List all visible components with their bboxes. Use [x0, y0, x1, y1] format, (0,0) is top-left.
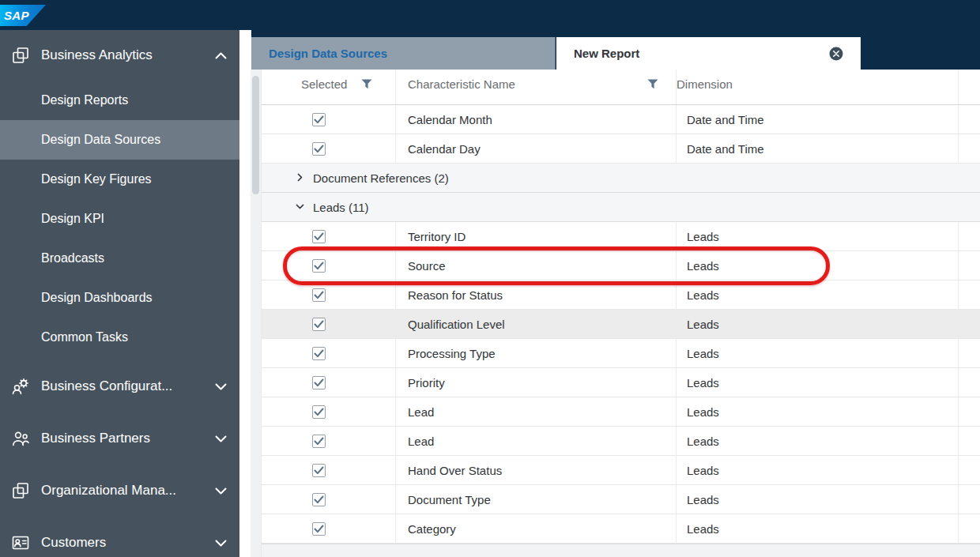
dimension-cell: Leads	[677, 310, 959, 338]
row-checkbox-checked[interactable]	[312, 288, 326, 302]
table-row: Hand Over Status Leads	[262, 456, 980, 485]
group-row-document-references[interactable]: Document References (2)	[262, 164, 980, 193]
characteristic-name-cell[interactable]: Calendar Day	[396, 134, 677, 163]
sidebar-navigation: Business Analytics Design Reports Design…	[0, 30, 239, 557]
sidebar-item-design-data-sources[interactable]: Design Data Sources	[0, 120, 239, 160]
row-checkbox-checked[interactable]	[312, 142, 326, 156]
characteristic-name-cell[interactable]: Lead	[396, 397, 677, 426]
chevron-down-icon[interactable]	[215, 431, 227, 446]
people-icon	[10, 428, 31, 449]
column-header-dimension[interactable]: Dimension	[677, 70, 959, 104]
section-label: Business Partners	[41, 431, 215, 446]
sidebar-item-common-tasks[interactable]: Common Tasks	[0, 318, 239, 357]
table-row: Priority Leads	[262, 368, 980, 397]
dimension-cell: Leads	[677, 280, 959, 309]
filter-icon[interactable]	[361, 79, 372, 89]
characteristic-name-cell[interactable]: Document Type	[396, 485, 677, 514]
row-checkbox-checked[interactable]	[312, 493, 326, 506]
sap-logo: SAP	[0, 5, 46, 26]
table-row: Reason for Status Leads	[262, 280, 980, 310]
table-header-row: Selected Characteristic Name Dimension	[262, 70, 980, 105]
table-row: Lead Leads	[262, 427, 980, 456]
windows-icon	[10, 45, 31, 66]
table-row: Category Leads	[262, 514, 980, 544]
table-row: Calendar Day Date and Time	[262, 134, 980, 164]
row-checkbox-checked[interactable]	[312, 522, 326, 536]
characteristic-name-cell[interactable]: Reason for Status	[396, 280, 677, 309]
characteristic-name-cell[interactable]: Hand Over Status	[396, 456, 677, 484]
sidebar-section-business-partners[interactable]: Business Partners	[0, 412, 239, 465]
dimension-cell: Leads	[677, 339, 959, 367]
sidebar-item-design-key-figures[interactable]: Design Key Figures	[0, 160, 239, 199]
chevron-right-icon[interactable]	[295, 171, 305, 185]
characteristic-name-cell[interactable]: Territory ID	[396, 222, 677, 250]
section-label: Customers	[41, 535, 215, 551]
tab-label: New Report	[574, 47, 639, 60]
row-checkbox-checked[interactable]	[312, 113, 326, 126]
group-row-leads[interactable]: Leads (11)	[262, 193, 980, 222]
row-checkbox-checked[interactable]	[312, 464, 326, 477]
chevron-down-icon[interactable]	[215, 536, 227, 550]
characteristic-name-cell[interactable]: Calendar Month	[396, 105, 677, 134]
table-row: Lead Leads	[262, 397, 980, 427]
sidebar-section-business-configuration[interactable]: Business Configurat...	[0, 360, 239, 412]
row-checkbox-checked[interactable]	[312, 405, 326, 419]
table-footer-strip	[262, 544, 980, 557]
tab-design-data-sources[interactable]: Design Data Sources	[251, 37, 556, 70]
sidebar-section-business-analytics[interactable]: Business Analytics	[0, 30, 239, 81]
chevron-down-icon[interactable]	[215, 379, 227, 393]
row-checkbox-checked[interactable]	[312, 318, 326, 331]
section-label: Business Configurat...	[41, 378, 215, 394]
row-checkbox-checked[interactable]	[312, 259, 326, 273]
vertical-scrollbar[interactable]	[251, 70, 261, 557]
gear-person-icon	[10, 376, 31, 397]
characteristic-name-cell[interactable]: Qualification Level	[396, 310, 677, 338]
tab-label: Design Data Sources	[269, 47, 387, 60]
dimension-cell: Date and Time	[677, 105, 959, 134]
table-row-source: Source Leads	[262, 251, 980, 280]
row-checkbox-checked[interactable]	[312, 230, 326, 243]
row-checkbox-checked[interactable]	[312, 435, 326, 448]
table-row: Territory ID Leads	[262, 222, 980, 251]
group-label: Leads (11)	[313, 201, 369, 214]
dimension-cell: Leads	[677, 456, 959, 484]
column-header-characteristic-name[interactable]: Characteristic Name	[396, 70, 677, 104]
table-row: Calendar Month Date and Time	[262, 105, 980, 134]
dimension-cell: Leads	[677, 485, 959, 514]
close-tab-icon[interactable]	[829, 47, 843, 61]
group-label: Document References (2)	[313, 171, 449, 185]
dimension-cell: Leads	[677, 251, 959, 280]
dimension-cell: Date and Time	[677, 134, 959, 163]
characteristic-name-cell[interactable]: Priority	[396, 368, 677, 397]
characteristic-name-cell[interactable]: Processing Type	[396, 339, 677, 367]
row-checkbox-checked[interactable]	[312, 376, 326, 390]
sidebar-item-design-dashboards[interactable]: Design Dashboards	[0, 278, 239, 318]
filter-icon[interactable]	[647, 79, 658, 89]
characteristic-name-cell[interactable]: Category	[396, 514, 677, 543]
table-row: Processing Type Leads	[262, 339, 980, 368]
row-checkbox-checked[interactable]	[312, 347, 326, 360]
sidebar-item-broadcasts[interactable]: Broadcasts	[0, 239, 239, 278]
scrollbar-thumb[interactable]	[252, 76, 259, 194]
tab-new-report[interactable]: New Report	[556, 37, 861, 70]
section-label: Organizational Mana...	[41, 483, 215, 499]
sidebar-item-design-kpi[interactable]: Design KPI	[0, 199, 239, 239]
section-label: Business Analytics	[41, 47, 215, 63]
characteristic-name-cell[interactable]: Source	[396, 251, 677, 280]
sidebar-section-organizational-management[interactable]: Organizational Mana...	[0, 465, 239, 517]
chevron-down-icon[interactable]	[295, 201, 305, 214]
dimension-cell: Leads	[677, 397, 959, 426]
top-bar: SAP	[0, 0, 980, 30]
dimension-cell: Leads	[677, 368, 959, 397]
sidebar-section-customers[interactable]: Customers	[0, 517, 239, 557]
windows-icon	[10, 480, 31, 501]
dimension-cell: Leads	[677, 427, 959, 455]
characteristic-name-cell[interactable]: Lead	[396, 427, 677, 455]
chevron-down-icon[interactable]	[215, 484, 227, 498]
chevron-up-icon[interactable]	[215, 48, 227, 62]
sidebar-item-design-reports[interactable]: Design Reports	[0, 81, 239, 120]
column-header-selected[interactable]: Selected	[262, 70, 396, 104]
table-row: Document Type Leads	[262, 485, 980, 514]
dimension-cell: Leads	[677, 514, 959, 543]
tab-strip: Design Data Sources New Report	[251, 30, 980, 70]
